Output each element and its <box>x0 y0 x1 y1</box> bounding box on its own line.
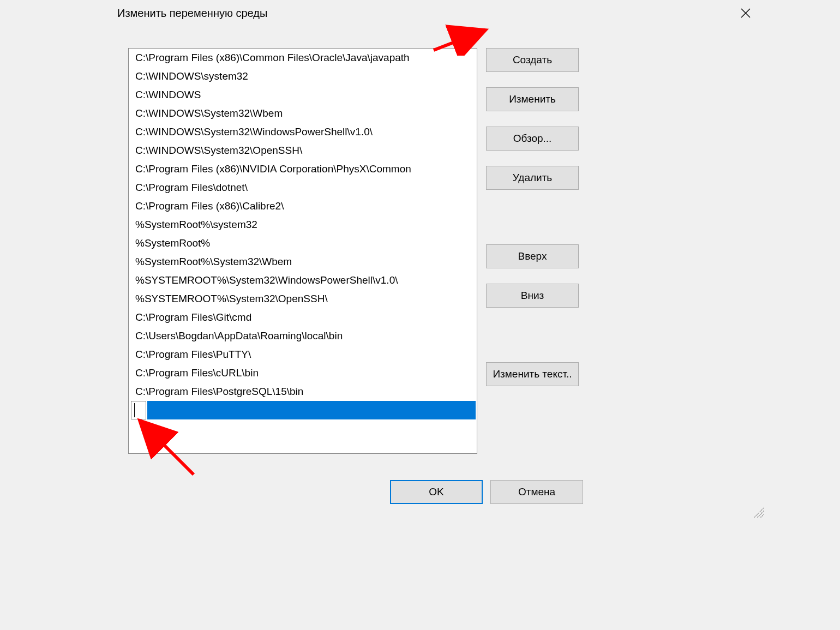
dialog-title: Изменить переменную среды <box>117 7 267 20</box>
titlebar: Изменить переменную среды <box>74 0 766 26</box>
list-item[interactable]: C:\Users\Bogdan\AppData\Roaming\local\bi… <box>129 327 477 345</box>
list-item[interactable]: C:\Program Files (x86)\Common Files\Orac… <box>129 49 477 67</box>
text-cursor <box>134 403 135 417</box>
side-button-column: Создать Изменить Обзор... Удалить Вверх … <box>486 48 579 386</box>
selection-highlight <box>147 401 476 419</box>
list-item[interactable]: %SystemRoot%\system32 <box>129 215 477 234</box>
list-item[interactable]: C:\Program Files\PostgreSQL\15\bin <box>129 382 477 401</box>
list-item[interactable]: C:\Program Files\cURL\bin <box>129 364 477 382</box>
close-icon <box>741 8 751 18</box>
edit-button[interactable]: Изменить <box>486 87 579 111</box>
close-button[interactable] <box>735 2 757 24</box>
list-item[interactable]: C:\Program Files (x86)\Calibre2\ <box>129 197 477 215</box>
list-item[interactable]: %SystemRoot% <box>129 234 477 253</box>
list-item[interactable]: C:\Program Files\dotnet\ <box>129 178 477 197</box>
list-item[interactable]: C:\WINDOWS\System32\Wbem <box>129 104 477 123</box>
new-entry-input[interactable] <box>131 401 146 419</box>
path-listbox[interactable]: C:\Program Files (x86)\Common Files\Orac… <box>128 48 477 454</box>
list-item[interactable]: %SYSTEMROOT%\System32\OpenSSH\ <box>129 290 477 308</box>
list-item[interactable]: %SystemRoot%\System32\Wbem <box>129 253 477 271</box>
delete-button[interactable]: Удалить <box>486 166 579 190</box>
list-item[interactable]: C:\WINDOWS\system32 <box>129 67 477 86</box>
resize-grip-icon[interactable] <box>753 507 764 518</box>
new-entry-row[interactable] <box>129 401 477 419</box>
edit-text-button[interactable]: Изменить текст.. <box>486 362 579 386</box>
svg-line-2 <box>434 31 483 50</box>
list-item[interactable]: C:\WINDOWS\System32\WindowsPowerShell\v1… <box>129 123 477 141</box>
list-item[interactable]: %SYSTEMROOT%\System32\WindowsPowerShell\… <box>129 271 477 290</box>
dialog-window: Изменить переменную среды C:\Program Fil… <box>74 0 766 520</box>
move-down-button[interactable]: Вниз <box>486 284 579 308</box>
list-item[interactable]: C:\WINDOWS\System32\OpenSSH\ <box>129 141 477 160</box>
ok-button[interactable]: OK <box>390 480 483 504</box>
new-button[interactable]: Создать <box>486 48 579 72</box>
list-item[interactable]: C:\Program Files\PuTTY\ <box>129 345 477 364</box>
cancel-button[interactable]: Отмена <box>490 480 583 504</box>
list-item[interactable]: C:\Program Files (x86)\NVIDIA Corporatio… <box>129 160 477 178</box>
browse-button[interactable]: Обзор... <box>486 127 579 151</box>
move-up-button[interactable]: Вверх <box>486 244 579 268</box>
list-item[interactable]: C:\WINDOWS <box>129 86 477 104</box>
footer-buttons: OK Отмена <box>390 480 583 504</box>
list-item[interactable]: C:\Program Files\Git\cmd <box>129 308 477 327</box>
